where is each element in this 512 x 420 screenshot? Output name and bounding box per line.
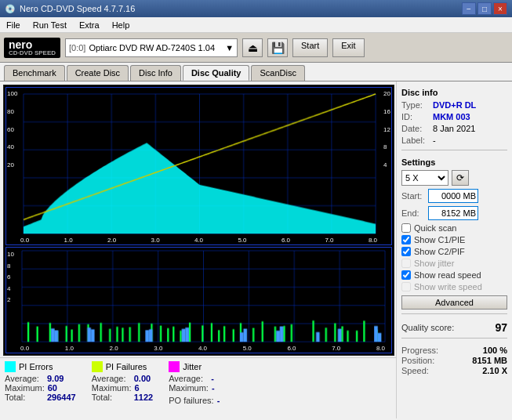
position-value: 8151 MB	[472, 356, 507, 365]
end-input[interactable]	[428, 206, 478, 220]
pi-failures-color	[92, 361, 103, 372]
progress-row: Progress: 100 %	[401, 346, 507, 355]
show-write-row: Show write speed	[401, 282, 507, 291]
chart-bottom: 10 8 6 4 2 0.01.02.03.04.05.06.07.08.0	[5, 247, 392, 353]
drive-selector[interactable]: [0:0] Optiarc DVD RW AD-7240S 1.04 ▼	[65, 38, 238, 57]
show-read-checkbox[interactable]	[401, 270, 411, 280]
start-input[interactable]	[428, 189, 478, 203]
show-c1-row: Show C1/PIE	[401, 235, 507, 244]
advanced-button[interactable]: Advanced	[401, 295, 507, 310]
minimize-button[interactable]: −	[462, 2, 476, 15]
menu-run-test[interactable]: Run Test	[30, 20, 70, 31]
start-label: Start:	[401, 191, 425, 201]
show-c1-label: Show C1/PIE	[414, 235, 465, 244]
quality-score-label: Quality score:	[401, 323, 454, 332]
jitter-title: Jitter	[183, 362, 202, 371]
progress-section: Progress: 100 % Position: 8151 MB Speed:…	[401, 346, 507, 376]
menu-file[interactable]: File	[3, 20, 24, 31]
top-chart-x-labels: 0.01.02.03.04.05.06.07.08.0	[20, 237, 377, 244]
save-button[interactable]: 💾	[267, 38, 288, 57]
pi-errors-avg-label: Average:	[5, 374, 44, 383]
disc-label-row: Label: -	[401, 136, 507, 145]
end-label: End:	[401, 208, 425, 218]
close-button[interactable]: ×	[493, 2, 507, 15]
top-chart-y-right-labels: 20 16 12 8 4	[383, 89, 390, 171]
po-failures-label: PO failures:	[169, 396, 213, 405]
quick-scan-row: Quick scan	[401, 223, 507, 233]
toolbar: nero CD·DVD SPEED [0:0] Optiarc DVD RW A…	[0, 33, 512, 63]
show-jitter-row: Show jitter	[401, 259, 507, 268]
disc-type-row: Type: DVD+R DL	[401, 100, 507, 110]
window-title: Nero CD-DVD Speed 4.7.7.16	[20, 4, 135, 13]
eject-button[interactable]: ⏏	[242, 38, 263, 57]
pi-errors-max-label: Maximum:	[5, 383, 45, 393]
legend-pi-errors: PI Errors Average: 9.09 Maximum: 60 Tota…	[5, 361, 76, 415]
disc-id-value: MKM 003	[433, 112, 470, 121]
disc-label-value: -	[433, 136, 436, 145]
top-chart-canvas	[6, 88, 391, 244]
show-jitter-label: Show jitter	[414, 259, 454, 268]
speed-select[interactable]: 5 X 4 X 8 X	[401, 170, 448, 186]
tab-disc-info[interactable]: Disc Info	[130, 65, 181, 81]
disc-date-row: Date: 8 Jan 2021	[401, 124, 507, 133]
pi-failures-max-value: 6	[134, 383, 139, 393]
quick-scan-checkbox[interactable]	[401, 223, 411, 233]
main-content: 100 80 60 40 20 20 16 12 8 4 0.01.02.03.…	[0, 81, 512, 418]
chart-panel: 100 80 60 40 20 20 16 12 8 4 0.01.02.03.…	[0, 81, 396, 418]
disc-label-label: Label:	[401, 136, 430, 145]
quality-score-row: Quality score: 97	[401, 321, 507, 334]
top-chart-y-labels: 100 80 60 40 20	[7, 89, 17, 171]
bottom-chart-canvas	[6, 248, 391, 353]
bottom-chart-x-labels: 0.01.02.03.04.05.06.07.08.0	[20, 345, 385, 352]
menu-extra[interactable]: Extra	[76, 20, 103, 31]
disc-date-value: 8 Jan 2021	[433, 124, 475, 133]
dropdown-arrow[interactable]: ▼	[225, 43, 234, 52]
tab-scan-disc[interactable]: ScanDisc	[251, 65, 304, 81]
settings-title: Settings	[401, 158, 507, 167]
speed-row-prog: Speed: 2.10 X	[401, 366, 507, 375]
disc-date-label: Date:	[401, 124, 430, 133]
charts-wrapper: 100 80 60 40 20 20 16 12 8 4 0.01.02.03.…	[3, 85, 394, 356]
start-button[interactable]: Start	[292, 38, 328, 57]
show-read-row: Show read speed	[401, 270, 507, 280]
disc-type-value: DVD+R DL	[433, 100, 476, 110]
pi-errors-max-value: 60	[48, 383, 57, 393]
pi-failures-title: PI Failures	[106, 362, 147, 371]
speed-row: 5 X 4 X 8 X ⟳	[401, 170, 507, 186]
pi-errors-total-value: 296447	[47, 393, 76, 402]
disc-info-title: Disc info	[401, 88, 507, 97]
quality-score-value: 97	[495, 321, 507, 334]
show-c1-checkbox[interactable]	[401, 235, 411, 244]
pi-failures-avg-label: Average:	[92, 374, 131, 383]
speed-value: 2.10 X	[482, 366, 507, 375]
exit-button[interactable]: Exit	[332, 38, 364, 57]
settings-icon-btn[interactable]: ⟳	[452, 170, 469, 186]
right-panel: Disc info Type: DVD+R DL ID: MKM 003 Dat…	[396, 81, 512, 418]
speed-label: Speed:	[401, 366, 429, 375]
progress-label: Progress:	[401, 346, 438, 355]
tab-benchmark[interactable]: Benchmark	[4, 65, 65, 81]
position-label: Position:	[401, 356, 434, 365]
disc-id-label: ID:	[401, 112, 430, 121]
show-c2-checkbox[interactable]	[401, 247, 411, 256]
jitter-color	[169, 361, 180, 372]
show-c2-row: Show C2/PIF	[401, 247, 507, 256]
menu-help[interactable]: Help	[109, 20, 133, 31]
drive-name: Optiarc DVD RW AD-7240S 1.04	[89, 43, 222, 52]
chart-top: 100 80 60 40 20 20 16 12 8 4 0.01.02.03.…	[5, 87, 392, 245]
position-row: Position: 8151 MB	[401, 356, 507, 365]
nero-logo: nero CD·DVD SPEED	[4, 38, 60, 58]
pi-failures-avg-value: 0.00	[134, 374, 151, 383]
pi-failures-total-label: Total:	[92, 393, 131, 402]
pi-failures-max-label: Maximum:	[92, 383, 132, 393]
tab-disc-quality[interactable]: Disc Quality	[183, 65, 250, 81]
disc-id-row: ID: MKM 003	[401, 112, 507, 121]
tabs: Benchmark Create Disc Disc Info Disc Qua…	[0, 63, 512, 81]
title-bar: 💿 Nero CD-DVD Speed 4.7.7.16 − □ ×	[0, 0, 512, 17]
menu-bar: File Run Test Extra Help	[0, 17, 512, 33]
tab-create-disc[interactable]: Create Disc	[67, 65, 129, 81]
pi-errors-avg-value: 9.09	[47, 374, 64, 383]
maximize-button[interactable]: □	[478, 2, 492, 15]
legend-jitter: Jitter Average: - Maximum: - PO failures…	[169, 361, 220, 415]
end-row: End:	[401, 206, 507, 220]
